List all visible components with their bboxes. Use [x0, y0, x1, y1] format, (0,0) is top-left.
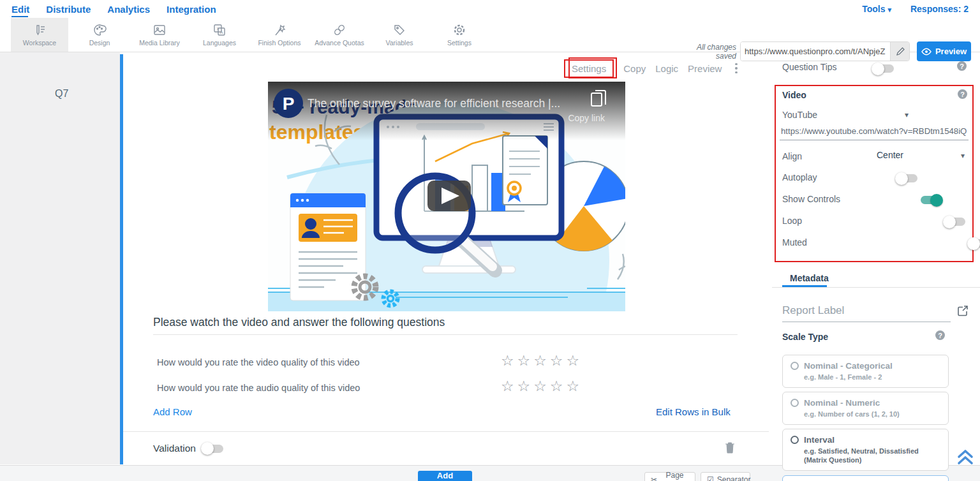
magic-wand-icon [272, 23, 286, 37]
tab-metadata[interactable]: Metadata [790, 273, 829, 283]
edit-url-button[interactable] [890, 42, 909, 61]
question-selection-bar [120, 54, 123, 464]
caret-down-icon[interactable]: ▾ [905, 110, 909, 119]
tools-menu[interactable]: Tools ▾ [862, 4, 891, 14]
report-label-input[interactable] [782, 304, 951, 322]
toolbar-languages[interactable]: xA Languages [191, 18, 248, 52]
show-controls-label: Show Controls [782, 194, 840, 204]
editor-toolbar: Workspace Design Media Library xA Langua… [0, 18, 980, 52]
question-number: Q7 [55, 88, 68, 100]
caret-down-icon[interactable]: ▾ [961, 151, 965, 160]
rating-row-label[interactable]: How would you rate the video quality of … [157, 357, 360, 367]
align-value-select[interactable]: Center [877, 150, 903, 160]
chain-links-icon [332, 23, 346, 37]
play-button [427, 181, 471, 211]
delete-question-icon[interactable] [725, 441, 735, 454]
pencil-icon [896, 47, 905, 56]
gear-icon [452, 23, 466, 37]
validation-label: Validation [153, 443, 196, 454]
separator-button[interactable]: ☑ Separator [701, 472, 750, 481]
workspace-list-icon [33, 23, 47, 37]
top-nav: Edit Distribute Analytics Integration To… [0, 0, 980, 18]
divider [153, 334, 738, 335]
video-url-input[interactable] [780, 125, 969, 140]
tab-settings[interactable]: Settings [564, 59, 614, 78]
question-tips-label: Question Tips [782, 62, 837, 72]
more-options-icon[interactable] [731, 63, 741, 74]
scale-option-nominal-categorical[interactable]: Nominal - Categorical e.g. Male - 1, Fem… [782, 355, 949, 388]
star-rating[interactable]: ☆☆☆☆☆ [501, 380, 583, 392]
scale-option-interval[interactable]: Interval e.g. Satisfied, Neutral, Dissat… [782, 429, 949, 471]
survey-url-input[interactable] [741, 42, 890, 61]
validation-toggle[interactable] [202, 445, 223, 453]
video-player[interactable]: 50+ ready-made templates [268, 82, 625, 311]
external-link-icon[interactable] [957, 305, 969, 316]
toolbar-settings[interactable]: Settings [431, 18, 488, 52]
toolbar-variables[interactable]: Variables [371, 18, 428, 52]
autoplay-toggle[interactable] [896, 174, 917, 182]
help-icon[interactable]: ? [958, 89, 967, 99]
help-icon[interactable]: ? [957, 61, 967, 71]
svg-text:A: A [220, 30, 223, 34]
logo-letter: P [283, 94, 295, 114]
tag-icon [392, 23, 406, 37]
survey-url-box [740, 41, 910, 61]
nav-analytics[interactable]: Analytics [107, 4, 150, 15]
toolbar-design[interactable]: Design [71, 18, 128, 52]
align-label: Align [782, 151, 802, 161]
palette-icon [93, 23, 107, 37]
edit-rows-in-bulk-link[interactable]: Edit Rows in Bulk [656, 406, 731, 417]
loop-toggle[interactable] [944, 218, 965, 226]
radio-icon[interactable] [791, 362, 799, 370]
scale-option-partial[interactable] [782, 475, 949, 481]
questionpro-editor: Edit Distribute Analytics Integration To… [0, 0, 980, 481]
show-controls-toggle[interactable] [921, 196, 942, 204]
tab-logic[interactable]: Logic [655, 63, 678, 74]
question-gutter [0, 52, 120, 464]
translate-icon: xA [212, 23, 226, 37]
nav-integration[interactable]: Integration [167, 4, 216, 15]
divider [123, 431, 769, 432]
muted-toggle[interactable] [969, 239, 980, 248]
video-provider-select[interactable]: YouTube [782, 110, 817, 120]
question-tabs: Settings Copy Logic Preview [564, 59, 741, 78]
loop-label: Loop [782, 216, 802, 226]
eye-icon [921, 48, 932, 56]
svg-text:x: x [217, 26, 219, 31]
checkbox-icon: ☑ [707, 475, 714, 481]
star-rating[interactable]: ☆☆☆☆☆ [501, 354, 583, 367]
toolbar-workspace[interactable]: Workspace [11, 18, 68, 52]
question-tips-toggle[interactable] [873, 64, 894, 73]
toolbar-advance-quotas[interactable]: Advance Quotas [311, 18, 368, 52]
image-icon [152, 23, 167, 37]
add-row-link[interactable]: Add Row [153, 406, 192, 417]
tab-copy[interactable]: Copy [623, 63, 646, 74]
scroll-to-top-icon[interactable] [957, 448, 974, 466]
add-question-button[interactable]: Add Question [418, 471, 472, 481]
divider [772, 287, 980, 288]
scale-option-nominal-numeric[interactable]: Nominal - Numeric e.g. Number of cars (1… [782, 392, 949, 425]
question-title[interactable]: Please watch the video and answer the fo… [153, 316, 445, 329]
help-icon[interactable]: ? [935, 330, 945, 340]
toolbar-media-library[interactable]: Media Library [131, 18, 188, 52]
video-title: The online survey software for efficient… [308, 97, 560, 110]
autoplay-label: Autoplay [782, 172, 817, 182]
toolbar-finish-options[interactable]: Finish Options [251, 18, 308, 52]
rating-row-label[interactable]: How would you rate the audio quality of … [157, 383, 360, 393]
scissors-icon: ✂ [651, 475, 657, 481]
muted-label: Muted [782, 237, 807, 248]
radio-icon[interactable] [791, 436, 799, 444]
page-break-button[interactable]: ✂ Page Break [644, 472, 695, 481]
nav-distribute[interactable]: Distribute [46, 4, 91, 15]
copy-link-label: Copy link [568, 113, 605, 123]
caret-down-icon: ▾ [887, 6, 891, 13]
nav-edit[interactable]: Edit [11, 4, 29, 15]
radio-icon[interactable] [791, 399, 799, 407]
tab-preview[interactable]: Preview [688, 63, 722, 74]
scale-type-label: Scale Type [782, 332, 828, 342]
responses-link[interactable]: Responses: 2 [910, 4, 969, 14]
video-section-title: Video [782, 90, 806, 100]
save-status: All changes saved [681, 43, 736, 61]
preview-button[interactable]: Preview [917, 41, 971, 61]
